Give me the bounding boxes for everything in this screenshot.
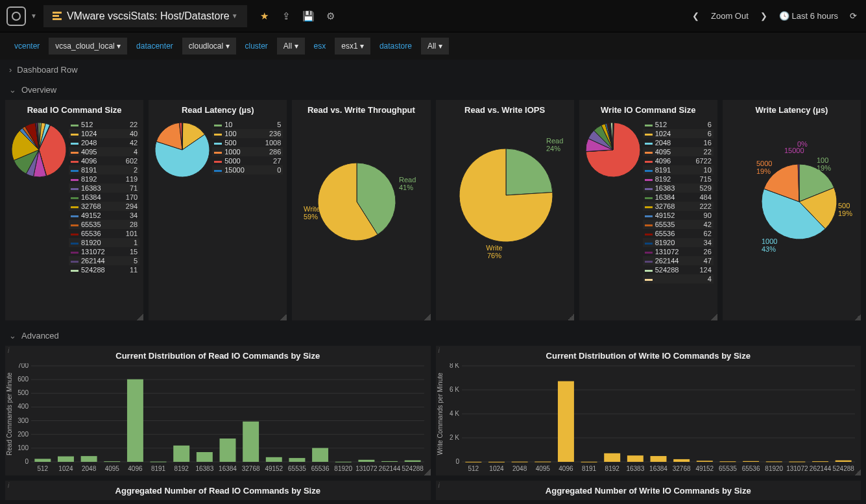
svg-rect-100: [696, 461, 712, 462]
legend-row[interactable]: 8192034: [643, 238, 714, 247]
dashboard-picker-button[interactable]: VMware vscsiStats: Host/Datastore ▼: [43, 5, 247, 27]
var-value-esx[interactable]: esx1 ▾: [335, 38, 370, 54]
svg-text:Write: Write: [304, 205, 320, 213]
svg-text:4 K: 4 K: [449, 410, 459, 417]
star-icon[interactable]: ★: [254, 5, 276, 27]
legend-row[interactable]: 26214447: [643, 256, 714, 265]
svg-text:262144: 262144: [379, 465, 401, 472]
dashboard-icon: [53, 12, 62, 21]
legend-row[interactable]: 40954: [69, 147, 139, 156]
legend-row[interactable]: 5001008: [212, 138, 283, 147]
legend-row[interactable]: 2621445: [69, 256, 139, 265]
legend-row[interactable]: 13107226: [643, 247, 714, 256]
time-forward-button[interactable]: ❯: [758, 8, 770, 23]
svg-rect-92: [604, 453, 620, 462]
var-label-datacenter: datacenter: [130, 38, 180, 54]
info-icon[interactable]: i: [8, 347, 9, 354]
time-range-button[interactable]: 🕓 Last 6 hours: [776, 8, 841, 23]
resize-handle[interactable]: [854, 314, 861, 320]
legend-row[interactable]: 204816: [643, 138, 714, 147]
refresh-icon[interactable]: ⟳: [847, 8, 860, 23]
row-advanced[interactable]: Advanced: [0, 326, 866, 346]
legend-row[interactable]: 4915290: [643, 211, 714, 220]
legend-row[interactable]: 1000286: [212, 147, 283, 156]
svg-text:4096: 4096: [128, 465, 143, 472]
legend-row[interactable]: 819110: [643, 165, 714, 174]
info-icon[interactable]: i: [8, 482, 9, 489]
zoom-out-button[interactable]: Zoom Out: [708, 8, 751, 23]
legend-row[interactable]: 1638371: [69, 184, 139, 193]
panel-read-dist-bar: i Current Distribution of Read IO Comman…: [5, 346, 431, 475]
legend-row[interactable]: 204842: [69, 138, 139, 147]
panel-title: Read Latency (µs): [149, 100, 287, 117]
legend-row[interactable]: 32768222: [643, 202, 714, 211]
svg-rect-106: [765, 461, 782, 462]
grafana-logo[interactable]: [6, 6, 26, 26]
info-icon[interactable]: i: [439, 482, 440, 489]
legend-row[interactable]: 8192119: [69, 174, 139, 184]
legend-table: 5126102462048164095224096672281911081927…: [643, 120, 714, 283]
legend-row[interactable]: 105: [212, 120, 283, 129]
legend-row[interactable]: 4: [643, 274, 714, 283]
legend-row[interactable]: 52428811: [69, 265, 139, 274]
panel-write-agg-bar: i Aggregated Number of Write IO Commands…: [436, 481, 861, 500]
legend-row[interactable]: 65536101: [69, 229, 139, 238]
resize-handle[interactable]: [711, 314, 717, 320]
svg-rect-96: [650, 456, 666, 462]
panel-title: Current Distribution of Read IO Commands…: [5, 346, 431, 363]
legend-row[interactable]: 16384484: [643, 193, 714, 202]
resize-handle[interactable]: [280, 314, 287, 320]
time-back-button[interactable]: ❮: [690, 8, 702, 23]
svg-text:65536: 65536: [311, 465, 330, 472]
legend-row[interactable]: 5126: [643, 120, 714, 129]
legend-row[interactable]: 16384170: [69, 193, 139, 202]
settings-icon[interactable]: ⚙: [320, 5, 342, 27]
resize-handle[interactable]: [424, 314, 431, 320]
resize-handle[interactable]: [854, 469, 861, 475]
legend-row[interactable]: 6553662: [643, 229, 714, 238]
logo-menu-caret[interactable]: ▼: [30, 12, 37, 19]
legend-row[interactable]: 524288124: [643, 265, 714, 274]
row-overview[interactable]: Overview: [0, 80, 866, 100]
resize-handle[interactable]: [137, 314, 143, 320]
legend-row[interactable]: 100236: [212, 129, 283, 138]
advanced-row-2: i Aggregated Number of Read IO Commands …: [0, 481, 866, 504]
share-icon[interactable]: ⇪: [276, 5, 298, 27]
legend-row[interactable]: 6553528: [69, 220, 139, 229]
panel-write-dist-bar: i Current Distribution of Write IO Comma…: [436, 346, 861, 475]
var-value-datacenter[interactable]: cloudlocal ▾: [182, 38, 236, 54]
resize-handle[interactable]: [424, 469, 431, 475]
pie-chart: [9, 120, 69, 180]
legend-row[interactable]: 10246: [643, 129, 714, 138]
svg-text:24%: 24%: [546, 145, 560, 152]
legend-row[interactable]: 6553542: [643, 220, 714, 229]
legend-row[interactable]: 8192715: [643, 174, 714, 184]
legend-row[interactable]: 32768294: [69, 202, 139, 211]
svg-text:5000: 5000: [756, 160, 772, 167]
resize-handle[interactable]: [568, 314, 574, 320]
svg-text:131072: 131072: [786, 465, 808, 472]
legend-row[interactable]: 40966722: [643, 156, 714, 165]
legend-row[interactable]: 16383529: [643, 184, 714, 193]
legend-row[interactable]: 150000: [212, 165, 283, 174]
var-value-datastore[interactable]: All ▾: [421, 38, 449, 54]
panel-title: Read IO Command Size: [5, 100, 143, 117]
bar-chart: 02 K4 K6 K8 KWrite Commands per Minute51…: [436, 363, 861, 475]
legend-row[interactable]: 51222: [69, 120, 139, 129]
legend-row[interactable]: 500027: [212, 156, 283, 165]
info-icon[interactable]: i: [439, 347, 440, 354]
legend-row[interactable]: 4096602: [69, 156, 139, 165]
save-icon[interactable]: 💾: [298, 5, 320, 27]
svg-text:81920: 81920: [334, 465, 352, 472]
legend-row[interactable]: 102440: [69, 129, 139, 138]
svg-rect-98: [673, 459, 690, 462]
row-dashboard-row[interactable]: Dashboard Row: [0, 60, 866, 80]
legend-row[interactable]: 819201: [69, 238, 139, 247]
svg-rect-82: [488, 462, 504, 462]
legend-row[interactable]: 4915234: [69, 211, 139, 220]
var-value-cluster[interactable]: All ▾: [277, 38, 305, 54]
legend-row[interactable]: 81912: [69, 165, 139, 174]
var-value-vcenter[interactable]: vcsa_cloud_local ▾: [49, 38, 127, 54]
legend-row[interactable]: 13107215: [69, 247, 139, 256]
legend-row[interactable]: 409522: [643, 147, 714, 156]
